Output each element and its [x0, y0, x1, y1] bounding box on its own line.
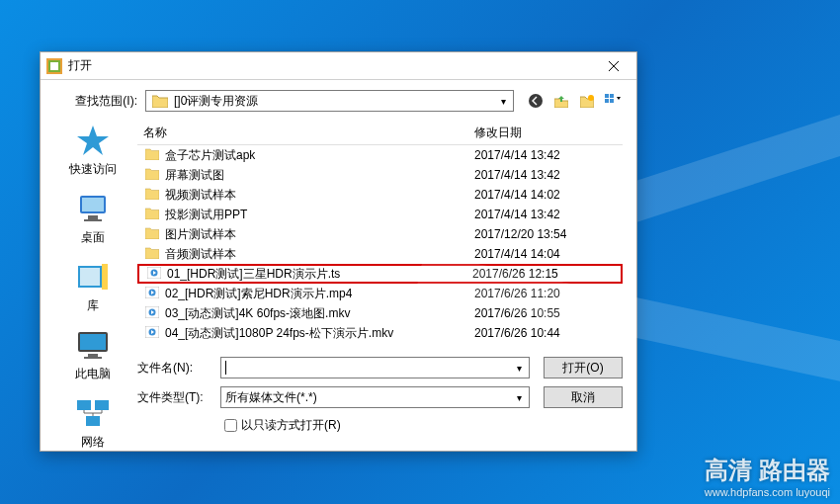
app-icon	[46, 58, 62, 74]
watermark-sub: www.hdpfans.com luyouqi	[705, 486, 830, 498]
video-file-icon	[145, 267, 163, 282]
file-row[interactable]: 屏幕测试图2017/4/14 13:42	[137, 165, 623, 185]
nav-buttons	[522, 91, 623, 111]
file-type-value: 所有媒体文件(*.*)	[225, 389, 317, 406]
video-file-icon	[143, 326, 161, 341]
open-button[interactable]: 打开(O)	[544, 357, 623, 378]
place-item[interactable]: 桌面	[54, 190, 131, 246]
svg-marker-11	[77, 126, 109, 155]
place-label: 此电脑	[54, 366, 131, 382]
file-type-label: 文件类型(T):	[137, 389, 220, 406]
chevron-down-icon[interactable]: ▾	[495, 93, 511, 109]
open-file-dialog: 打开 查找范围(I): []0评测专用资源 ▾ 快速访问桌面库此电脑网络 名称 …	[40, 51, 637, 452]
file-row[interactable]: 04_[动态测试]1080P 24fps-松下演示片.mkv2017/6/26 …	[137, 323, 623, 343]
svg-rect-22	[84, 357, 102, 359]
place-label: 快速访问	[54, 161, 131, 178]
close-icon	[609, 61, 619, 71]
file-row[interactable]: 投影测试用PPT2017/4/14 13:42	[137, 205, 623, 224]
file-name-input[interactable]: ▾	[220, 357, 530, 378]
close-button[interactable]	[593, 54, 634, 78]
svg-rect-25	[86, 416, 100, 426]
file-row[interactable]: 盒子芯片测试apk2017/4/14 13:42	[137, 145, 623, 165]
svg-rect-13	[82, 198, 104, 211]
up-button[interactable]	[551, 91, 571, 111]
file-name: 04_[动态测试]1080P 24fps-松下演示片.mkv	[165, 325, 474, 342]
cancel-button[interactable]: 取消	[544, 386, 623, 408]
file-row[interactable]: 视频测试样本2017/4/14 14:02	[137, 185, 623, 205]
file-date: 2017/4/14 14:04	[474, 247, 623, 261]
back-button[interactable]	[526, 91, 546, 111]
file-date: 2017/6/26 12:15	[472, 267, 621, 281]
place-item[interactable]: 库	[54, 258, 131, 314]
new-folder-button[interactable]	[577, 91, 597, 111]
file-name: 屏幕测试图	[165, 167, 474, 184]
svg-rect-20	[80, 334, 106, 350]
place-item[interactable]: 快速访问	[54, 122, 131, 178]
svg-rect-24	[95, 400, 109, 410]
file-name: 盒子芯片测试apk	[165, 147, 474, 164]
video-file-icon	[143, 287, 161, 301]
file-row[interactable]: 音频测试样本2017/4/14 14:04	[137, 244, 623, 264]
folder-icon	[143, 208, 161, 222]
file-row[interactable]: 图片测试样本2017/12/20 13:54	[137, 224, 623, 244]
svg-rect-7	[605, 94, 609, 98]
folder-icon	[143, 247, 161, 262]
look-in-row: 查找范围(I): []0评测专用资源 ▾	[41, 80, 636, 122]
watermark-main: 高清 路由器	[705, 455, 830, 486]
folder-icon	[143, 168, 161, 183]
file-pane: 名称 修改日期 盒子芯片测试apk2017/4/14 13:42屏幕测试图201…	[137, 122, 623, 451]
file-date: 2017/6/26 11:20	[474, 287, 623, 300]
file-date: 2017/4/14 14:02	[474, 188, 623, 202]
file-date: 2017/4/14 13:42	[474, 168, 623, 182]
place-icon	[73, 326, 113, 364]
file-row[interactable]: 02_[HDR测试]索尼HDR演示片.mp42017/6/26 11:20	[137, 284, 623, 303]
chevron-down-icon[interactable]: ▾	[511, 360, 527, 376]
file-name: 图片测试样本	[165, 226, 474, 243]
place-icon	[73, 190, 113, 227]
file-date: 2017/4/14 13:42	[474, 148, 623, 162]
file-row[interactable]: 03_[动态测试]4K 60fps-滚地图.mkv2017/6/26 10:55	[137, 303, 623, 323]
place-label: 网络	[54, 434, 131, 451]
column-headers[interactable]: 名称 修改日期	[137, 122, 623, 145]
file-date: 2017/4/14 13:42	[474, 208, 623, 221]
svg-rect-9	[605, 99, 609, 103]
readonly-row: 以只读方式打开(R)	[220, 416, 623, 435]
place-item[interactable]: 网络	[54, 394, 131, 451]
svg-rect-18	[102, 264, 108, 290]
folder-icon	[150, 91, 170, 111]
file-row[interactable]: 01_[HDR测试]三星HDR演示片.ts2017/6/26 12:15	[137, 264, 623, 284]
readonly-checkbox[interactable]	[224, 419, 237, 432]
svg-rect-10	[610, 99, 614, 103]
place-icon	[73, 394, 113, 432]
place-label: 桌面	[54, 229, 131, 246]
watermark: 高清 路由器 www.hdpfans.com luyouqi	[705, 455, 830, 498]
file-name: 02_[HDR测试]索尼HDR演示片.mp4	[165, 286, 474, 302]
file-date: 2017/6/26 10:55	[474, 306, 623, 320]
folder-icon	[143, 227, 161, 242]
place-item[interactable]: 此电脑	[54, 326, 131, 382]
svg-point-5	[529, 94, 543, 108]
file-name: 视频测试样本	[165, 187, 474, 204]
svg-rect-8	[610, 94, 614, 98]
svg-point-6	[588, 95, 594, 101]
titlebar[interactable]: 打开	[41, 52, 636, 80]
svg-rect-14	[88, 215, 98, 219]
places-bar: 快速访问桌面库此电脑网络	[54, 122, 131, 451]
file-list[interactable]: 盒子芯片测试apk2017/4/14 13:42屏幕测试图2017/4/14 1…	[137, 145, 623, 343]
chevron-down-icon[interactable]: ▾	[511, 389, 527, 405]
current-folder: []0评测专用资源	[174, 93, 258, 110]
file-type-select[interactable]: 所有媒体文件(*.*) ▾	[220, 386, 530, 408]
svg-rect-21	[88, 354, 98, 357]
file-name: 01_[HDR测试]三星HDR演示片.ts	[167, 266, 472, 283]
place-icon	[73, 258, 113, 295]
place-icon	[73, 122, 113, 159]
view-button[interactable]	[603, 91, 623, 111]
svg-rect-2	[50, 62, 58, 70]
column-name[interactable]: 名称	[143, 125, 474, 141]
look-in-combo[interactable]: []0评测专用资源 ▾	[145, 90, 514, 112]
form-area: 文件名(N): ▾ 打开(O) 文件类型(T): 所有媒体文件(*.*) ▾ 取…	[137, 357, 623, 449]
column-date[interactable]: 修改日期	[474, 125, 623, 141]
dialog-body: 快速访问桌面库此电脑网络 名称 修改日期 盒子芯片测试apk2017/4/14 …	[41, 122, 636, 451]
svg-rect-15	[84, 219, 102, 221]
readonly-label[interactable]: 以只读方式打开(R)	[241, 417, 341, 434]
